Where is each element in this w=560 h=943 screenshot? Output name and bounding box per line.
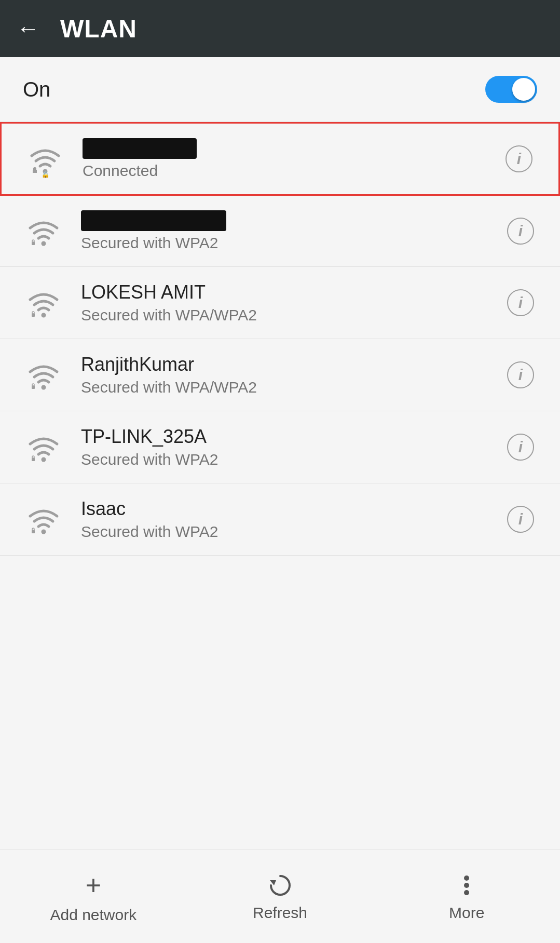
ranjith-network-name: RanjithKumar bbox=[81, 354, 504, 375]
toggle-knob bbox=[512, 78, 535, 101]
app-header: ← WLAN bbox=[0, 0, 560, 57]
wifi-signal-icon-tplink bbox=[25, 428, 62, 466]
network-item-connected[interactable]: 🔒 Connected i bbox=[0, 122, 560, 196]
isaac-network-name: Isaac bbox=[81, 498, 504, 520]
add-network-icon: + bbox=[86, 870, 101, 901]
network-item-lokesh[interactable]: LOKESH AMIT Secured with WPA/WPA2 i bbox=[0, 267, 560, 339]
network-item-isaac[interactable]: Isaac Secured with WPA2 i bbox=[0, 483, 560, 556]
svg-point-13 bbox=[42, 457, 46, 462]
svg-point-22 bbox=[464, 890, 469, 895]
wifi-signal-icon-ranjith bbox=[25, 356, 62, 394]
tplink-info-button[interactable]: i bbox=[504, 430, 537, 464]
wifi-signal-icon: 🔒 bbox=[26, 140, 64, 178]
svg-point-20 bbox=[464, 875, 469, 881]
ranjith-network-info: RanjithKumar Secured with WPA/WPA2 bbox=[81, 354, 504, 396]
svg-point-16 bbox=[42, 530, 46, 534]
more-icon bbox=[453, 872, 480, 899]
network-2-status: Secured with WPA2 bbox=[81, 234, 504, 252]
wifi-icon-connected: 🔒 bbox=[24, 138, 66, 180]
wifi-signal-icon-lokesh bbox=[25, 284, 62, 321]
isaac-info-button[interactable]: i bbox=[504, 503, 537, 536]
tplink-network-status: Secured with WPA2 bbox=[81, 451, 504, 468]
ranjith-info-button[interactable]: i bbox=[504, 358, 537, 392]
wifi-icon-ranjith bbox=[23, 354, 64, 396]
svg-rect-3 bbox=[33, 170, 36, 173]
wifi-toggle-row: On bbox=[0, 57, 560, 122]
tplink-network-info: TP-LINK_325A Secured with WPA2 bbox=[81, 426, 504, 468]
isaac-network-status: Secured with WPA2 bbox=[81, 523, 504, 541]
lokesh-network-status: Secured with WPA/WPA2 bbox=[81, 306, 504, 324]
wifi-signal-icon-2 bbox=[25, 212, 62, 250]
refresh-label: Refresh bbox=[253, 904, 307, 922]
add-network-button[interactable]: + Add network bbox=[0, 870, 187, 924]
network-2-info-button[interactable]: i bbox=[504, 214, 537, 248]
network-item-tplink[interactable]: TP-LINK_325A Secured with WPA2 i bbox=[0, 411, 560, 483]
refresh-button[interactable]: Refresh bbox=[187, 872, 374, 922]
info-icon-ranjith: i bbox=[507, 361, 534, 388]
add-network-label: Add network bbox=[50, 906, 136, 924]
more-button[interactable]: More bbox=[373, 872, 560, 922]
wifi-icon-isaac bbox=[23, 499, 64, 540]
info-icon-2: i bbox=[507, 218, 534, 245]
network-item-ranjith[interactable]: RanjithKumar Secured with WPA/WPA2 i bbox=[0, 339, 560, 411]
svg-rect-12 bbox=[32, 386, 35, 389]
wifi-icon-tplink bbox=[23, 426, 64, 468]
network-list: 🔒 Connected i bbox=[0, 122, 560, 850]
refresh-icon bbox=[267, 872, 294, 899]
wifi-toggle-switch[interactable] bbox=[485, 76, 537, 103]
connected-network-info-button[interactable]: i bbox=[502, 142, 536, 176]
svg-point-4 bbox=[42, 241, 46, 246]
svg-rect-18 bbox=[32, 530, 35, 533]
lokesh-info-button[interactable]: i bbox=[504, 286, 537, 319]
svg-rect-6 bbox=[32, 242, 35, 245]
svg-text:🔒: 🔒 bbox=[41, 171, 50, 178]
info-icon-lokesh: i bbox=[507, 289, 534, 316]
connected-network-status: Connected bbox=[83, 162, 502, 180]
tplink-network-name: TP-LINK_325A bbox=[81, 426, 504, 448]
lokesh-network-name: LOKESH AMIT bbox=[81, 281, 504, 303]
isaac-network-info: Isaac Secured with WPA2 bbox=[81, 498, 504, 541]
svg-point-10 bbox=[42, 385, 46, 390]
network-2-name bbox=[81, 210, 226, 231]
ranjith-network-status: Secured with WPA/WPA2 bbox=[81, 379, 504, 396]
connected-network-info: Connected bbox=[83, 138, 502, 180]
info-icon: i bbox=[506, 145, 532, 172]
wifi-icon-lokesh bbox=[23, 282, 64, 324]
back-button[interactable]: ← bbox=[17, 16, 39, 42]
info-icon-isaac: i bbox=[507, 506, 534, 533]
page-title: WLAN bbox=[60, 15, 137, 43]
info-icon-tplink: i bbox=[507, 434, 534, 461]
wifi-signal-icon-isaac bbox=[25, 501, 62, 538]
svg-point-7 bbox=[42, 313, 46, 318]
svg-rect-15 bbox=[32, 458, 35, 461]
wifi-icon-2 bbox=[23, 210, 64, 252]
bottom-action-bar: + Add network Refresh More bbox=[0, 850, 560, 943]
svg-point-21 bbox=[464, 883, 469, 888]
svg-rect-9 bbox=[32, 314, 35, 317]
wifi-toggle-label: On bbox=[23, 78, 50, 101]
lokesh-network-info: LOKESH AMIT Secured with WPA/WPA2 bbox=[81, 281, 504, 324]
network-item-2[interactable]: Secured with WPA2 i bbox=[0, 196, 560, 267]
network-2-info: Secured with WPA2 bbox=[81, 210, 504, 252]
more-label: More bbox=[449, 904, 484, 922]
connected-network-name bbox=[83, 138, 197, 159]
